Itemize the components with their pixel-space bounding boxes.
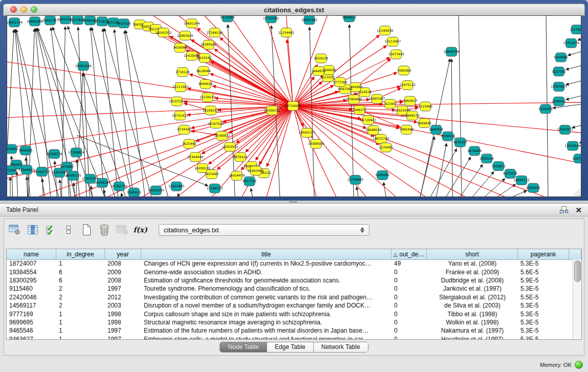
column-header-short[interactable]: short — [427, 249, 518, 259]
graph-node[interactable]: 7615526 — [117, 19, 131, 28]
graph-node[interactable]: 7485063 — [397, 66, 411, 75]
graph-node[interactable]: 27564128 — [207, 28, 223, 37]
graph-node[interactable]: 9329966 — [554, 53, 568, 62]
graph-node[interactable]: 19166822 — [214, 131, 230, 140]
graph-node[interactable]: 1444878 — [312, 67, 326, 76]
graph-node[interactable]: 1224481 — [379, 143, 394, 152]
graph-node[interactable]: 9558120 — [314, 54, 329, 63]
graph-node[interactable]: 14055724 — [7, 18, 23, 27]
graph-node[interactable]: 17016504 — [564, 141, 581, 150]
graph-node[interactable]: 10224149 — [148, 186, 164, 195]
graph-node[interactable]: 7986372 — [353, 105, 367, 115]
graph-node[interactable]: 9245042 — [376, 171, 390, 180]
graph-edge[interactable] — [357, 187, 359, 196]
graph-node[interactable]: 20053346 — [75, 61, 92, 71]
graph-node[interactable]: 15720407 — [360, 116, 377, 125]
table-row[interactable]: 1872400712008Changes of HCN gene express… — [7, 259, 573, 268]
graph-node[interactable]: 9777169 — [333, 78, 347, 87]
window-titlebar[interactable]: citations_edges.txt — [3, 4, 585, 16]
graph-edge[interactable] — [310, 27, 315, 196]
scrollbar-thumb[interactable] — [574, 260, 581, 282]
graph-node[interactable]: 17359924 — [68, 148, 84, 157]
graph-node[interactable]: 17144192 — [207, 184, 223, 193]
network-graph[interactable]: 1405572420691406209317871065324715276029… — [7, 16, 581, 196]
network-table-selector[interactable]: citations_edges.txt — [159, 224, 369, 236]
table-row[interactable]: 1830029562008Estimation of significance … — [7, 276, 573, 285]
graph-node[interactable]: 20691406 — [27, 17, 43, 26]
column-header-out-degree[interactable]: △ out_de… — [391, 249, 427, 259]
graph-node[interactable]: 16353503 — [222, 142, 238, 151]
graph-edge[interactable] — [469, 171, 494, 196]
graph-node[interactable]: 8471676 — [503, 169, 517, 179]
graph-node[interactable]: 12093823 — [551, 82, 567, 92]
column-visibility-icon[interactable] — [26, 223, 39, 236]
tab-edge-table[interactable]: Edge Table — [267, 342, 314, 352]
graph-node[interactable]: 8878312 — [233, 152, 248, 162]
graph-node[interactable]: 15751074 — [563, 38, 579, 48]
tab-network-table[interactable]: Network Table — [314, 342, 368, 352]
graph-node[interactable]: 9849579 — [405, 111, 420, 120]
graph-node[interactable]: 9115460 — [418, 102, 432, 111]
graph-node[interactable]: 9734343 — [177, 125, 191, 135]
row-checklist-icon[interactable] — [44, 223, 57, 236]
graph-node[interactable]: 9699695 — [417, 119, 431, 128]
table-row[interactable]: 969969511998Structural magnetic resonanc… — [7, 318, 573, 326]
graph-node[interactable]: 16601244 — [184, 19, 200, 28]
graph-node[interactable]: 15722391 — [263, 16, 279, 23]
column-header-name[interactable]: name — [7, 249, 56, 259]
function-builder-icon[interactable]: f(x) — [134, 223, 147, 236]
graph-node[interactable]: 10688639 — [365, 126, 382, 135]
column-header-year[interactable]: year — [105, 249, 141, 259]
graph-node[interactable]: 62160 — [385, 99, 396, 108]
tab-node-table[interactable]: Node Table — [220, 342, 267, 352]
graph-edge[interactable] — [451, 59, 452, 196]
graph-node[interactable]: 9595013 — [127, 188, 141, 196]
graph-edge[interactable] — [566, 64, 581, 70]
graph-node[interactable]: 12213967 — [385, 37, 401, 47]
table-row[interactable]: 946362711997Embryonic stem cells: a mode… — [7, 335, 573, 339]
graph-node[interactable]: 7625442 — [182, 139, 197, 148]
graph-node[interactable]: 19384554 — [308, 139, 324, 148]
graph-node[interactable]: 1117405 — [570, 25, 581, 34]
graph-edge[interactable] — [293, 106, 317, 196]
graph-node[interactable]: 9009910 — [199, 80, 213, 89]
graph-edge[interactable] — [384, 182, 387, 196]
graph-edge[interactable] — [572, 124, 581, 128]
graph-node[interactable]: 12975115 — [400, 81, 416, 90]
graph-edge[interactable] — [91, 186, 93, 196]
graph-node[interactable]: 20931787 — [42, 16, 58, 25]
table-row[interactable]: 1938455462009Genome-wide association stu… — [7, 268, 573, 276]
graph-node[interactable]: 7932621 — [491, 162, 506, 171]
graph-node[interactable]: 2718120 — [176, 68, 190, 77]
graph-node[interactable]: 11544838 — [377, 26, 394, 35]
splitter-handle[interactable] — [289, 201, 297, 203]
graph-edge[interactable] — [228, 25, 235, 196]
graph-node[interactable]: 1856185 — [18, 146, 33, 155]
graph-edge[interactable] — [568, 50, 581, 55]
graph-edge[interactable] — [566, 94, 581, 99]
graph-node[interactable]: 12505135 — [65, 171, 81, 181]
graph-edge[interactable] — [154, 16, 293, 106]
graph-node[interactable]: 2935114 — [480, 154, 494, 163]
graph-node[interactable]: 9215955 — [538, 104, 553, 114]
table-row[interactable]: 1456911722003Disruption of a novel membe… — [7, 301, 573, 310]
graph-node[interactable]: 18731412 — [172, 111, 188, 120]
network-canvas[interactable]: 1405572420691406209317871065324715276029… — [7, 15, 581, 197]
table-row[interactable]: 977716911998Corpus callosum shape and si… — [7, 310, 573, 318]
graph-node[interactable]: 15592971 — [557, 125, 573, 135]
graph-edge[interactable] — [125, 30, 169, 196]
graph-node[interactable]: 1244412 — [552, 97, 566, 106]
graph-edge[interactable] — [579, 140, 581, 143]
graph-edge[interactable] — [504, 191, 527, 196]
graph-edge[interactable] — [492, 184, 515, 196]
stacked-rows-icon[interactable] — [62, 223, 75, 236]
graph-node[interactable]: 9857791 — [243, 177, 257, 186]
graph-node[interactable]: 12213363 — [172, 83, 189, 92]
graph-edge[interactable] — [214, 49, 293, 106]
graph-edge[interactable] — [68, 26, 127, 196]
column-header-title[interactable]: title — [141, 249, 391, 259]
delete-icon[interactable] — [98, 223, 111, 236]
graph-edge[interactable] — [124, 31, 145, 196]
graph-node[interactable]: 10905342 — [301, 16, 318, 25]
graph-node[interactable]: 8628044 — [197, 67, 211, 76]
